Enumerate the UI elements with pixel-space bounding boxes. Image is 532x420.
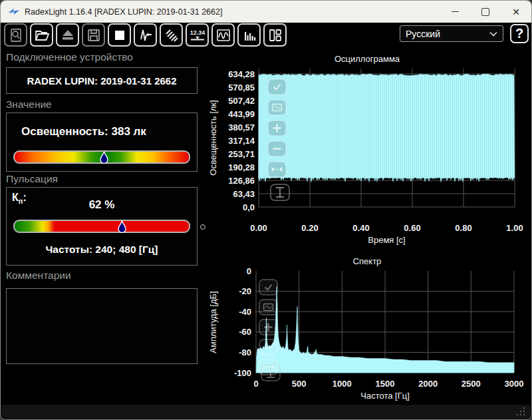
- oscillogram-waveform: [259, 74, 515, 182]
- chart-cursor-button[interactable]: [271, 184, 289, 200]
- svg-text:0.40: 0.40: [352, 223, 369, 233]
- svg-text:190,28: 190,28: [228, 162, 255, 172]
- marker-dot: [200, 224, 205, 230]
- value-section-header: Значение: [6, 99, 52, 110]
- svg-text:Время [с]: Время [с]: [368, 235, 405, 245]
- svg-text:0,0: 0,0: [243, 202, 255, 212]
- chart-check-button[interactable]: [259, 280, 277, 295]
- pulse-marker-button[interactable]: [134, 23, 157, 47]
- svg-text:317,14: 317,14: [228, 136, 255, 146]
- kp-value: 62 %: [7, 198, 197, 212]
- save-button[interactable]: [82, 23, 105, 47]
- svg-text:Спектр: Спектр: [353, 256, 382, 266]
- illuminance-gauge-marker: [100, 151, 108, 164]
- preview-button[interactable]: [4, 23, 27, 47]
- illuminance-reading: Освещенность: 383 лк: [21, 125, 146, 138]
- numeric-display-button[interactable]: 12.34: [186, 23, 209, 47]
- svg-text:2000: 2000: [418, 379, 438, 389]
- eject-device-button[interactable]: [56, 23, 79, 47]
- svg-text:1500: 1500: [376, 379, 395, 389]
- language-select[interactable]: Русский: [400, 25, 503, 42]
- svg-text:63,43: 63,43: [233, 189, 255, 199]
- eject-icon: [61, 28, 75, 43]
- svg-text:570,85: 570,85: [228, 83, 255, 93]
- maximize-icon: [481, 8, 489, 16]
- minimize-button[interactable]: [440, 1, 470, 23]
- svg-text:Частота [Гц]: Частота [Гц]: [360, 391, 410, 401]
- svg-text:0.00: 0.00: [250, 223, 267, 233]
- svg-text:0: 0: [253, 379, 258, 389]
- titlebar: RadexLight 1.16.4 [RADEX LUPIN: 2019-01-…: [1, 1, 531, 23]
- svg-text:-20: -20: [239, 286, 251, 296]
- chart-plus-button[interactable]: [259, 319, 277, 335]
- svg-text:0.80: 0.80: [455, 223, 471, 233]
- app-icon: [8, 7, 20, 17]
- chart-check-button[interactable]: [268, 79, 286, 95]
- svg-text:-60: -60: [239, 327, 251, 337]
- toolbar: 12.34 Русский ?: [1, 23, 531, 47]
- chart-frame-button[interactable]: [268, 100, 286, 115]
- spectrum-view-button[interactable]: [237, 23, 261, 47]
- split-layout-icon: [268, 28, 283, 43]
- svg-text:380,57: 380,57: [228, 122, 255, 132]
- pulsation-gauge: [13, 220, 190, 233]
- chevron-down-icon: [489, 31, 497, 37]
- spectrum-chart[interactable]: Спектр0-20-40-60-80-10005001000150020002…: [207, 256, 527, 403]
- svg-text:253,71: 253,71: [228, 149, 255, 159]
- minimize-icon: [452, 11, 459, 12]
- oscillogram-chart[interactable]: Осциллограмма634,28570,85507,42443,99380…: [207, 51, 527, 248]
- hatch-button[interactable]: [160, 23, 183, 47]
- device-section-header: Подключенное устройство: [6, 51, 133, 63]
- svg-text:443,99: 443,99: [228, 109, 255, 119]
- pulsation-section-header: Пульсация: [6, 173, 58, 185]
- svg-text:507,42: 507,42: [228, 96, 255, 106]
- svg-text:634,28: 634,28: [228, 69, 255, 79]
- svg-text:1.00: 1.00: [506, 223, 523, 233]
- svg-text:-80: -80: [239, 347, 251, 357]
- help-button[interactable]: ?: [510, 24, 529, 43]
- stop-square-icon: [112, 28, 127, 43]
- open-file-button[interactable]: [30, 23, 53, 47]
- pulse-marker-icon: [138, 28, 153, 43]
- close-icon: ✕: [512, 7, 520, 17]
- pulsation-box: Кп: 62 % Частоты: 240; 480 [Гц]: [6, 187, 198, 266]
- svg-text:0.60: 0.60: [404, 223, 420, 233]
- chart-plus-button[interactable]: [268, 120, 286, 136]
- svg-text:-40: -40: [239, 307, 251, 317]
- chart-minus-button[interactable]: [268, 141, 286, 156]
- value-box: Освещенность: 383 лк: [6, 112, 198, 172]
- device-name: RADEX LUPIN: 2019-01-31 2662: [27, 75, 176, 87]
- svg-text:1000: 1000: [332, 379, 352, 389]
- svg-text:500: 500: [292, 379, 307, 389]
- chart-minus-button[interactable]: [259, 339, 277, 355]
- stop-button[interactable]: [108, 23, 131, 47]
- maximize-button[interactable]: [470, 1, 501, 23]
- svg-text:Осциллограмма: Осциллограмма: [334, 54, 400, 64]
- app-window: RadexLight 1.16.4 [RADEX LUPIN: 2019-01-…: [0, 0, 532, 420]
- svg-text:0.20: 0.20: [301, 223, 318, 233]
- resize-grip-icon[interactable]: [516, 407, 525, 416]
- open-folder-icon: [35, 28, 49, 43]
- comments-input[interactable]: [7, 289, 197, 363]
- waveform-icon: [216, 28, 231, 43]
- chart-frame-button[interactable]: [259, 300, 277, 315]
- chart-fit-button[interactable]: [268, 162, 286, 177]
- numeric-display-icon: 12.34: [190, 28, 205, 43]
- statusbar: [1, 405, 531, 419]
- device-box: RADEX LUPIN: 2019-01-31 2662: [6, 67, 198, 94]
- close-button[interactable]: ✕: [501, 1, 531, 23]
- svg-text:Освещенность [лк]: Освещенность [лк]: [208, 100, 218, 175]
- window-title: RadexLight 1.16.4 [RADEX LUPIN: 2019-01-…: [25, 7, 222, 17]
- floppy-disk-icon: [86, 28, 101, 43]
- svg-text:Амплитуда [дБ]: Амплитуда [дБ]: [208, 291, 218, 353]
- oscillogram-view-button[interactable]: [211, 23, 235, 47]
- language-value: Русский: [406, 29, 489, 39]
- frequencies-text: Частоты: 240; 480 [Гц]: [7, 244, 197, 256]
- diagonal-comb-icon: [164, 28, 179, 43]
- svg-text:-100: -100: [234, 368, 251, 378]
- comments-section-header: Комментарии: [6, 270, 71, 282]
- comments-box: [6, 288, 198, 364]
- layout-view-button[interactable]: [263, 23, 287, 47]
- svg-text:0: 0: [247, 266, 251, 276]
- svg-text:3000: 3000: [505, 379, 524, 389]
